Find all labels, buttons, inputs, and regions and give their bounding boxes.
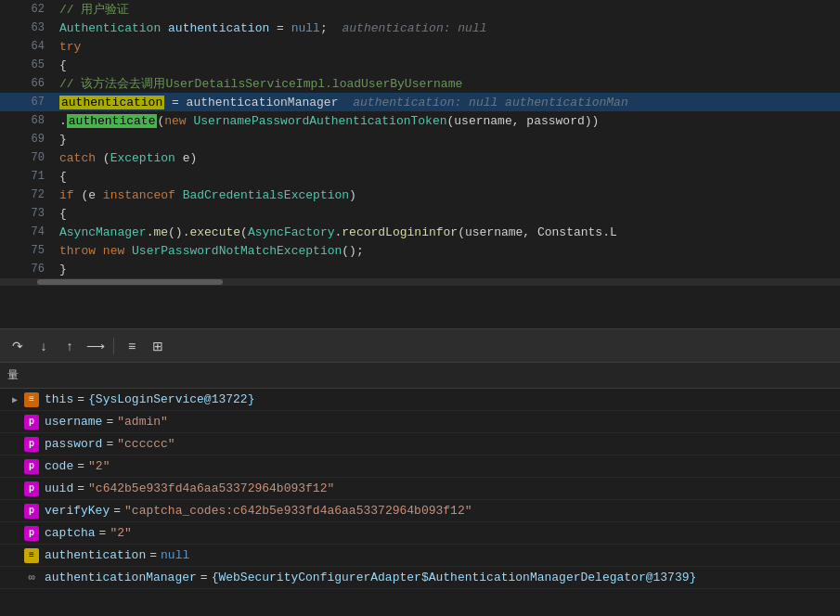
token: {: [59, 207, 67, 221]
var-eq-username: =: [106, 415, 113, 429]
var-row-this[interactable]: ▶≡this = {SysLoginService@13722}: [0, 389, 840, 411]
line-number-71: 71: [0, 170, 56, 183]
var-badge-authentication: ≡: [24, 548, 39, 563]
var-row-authenticationManager[interactable]: ∞authenticationManager = {WebSecurityCon…: [0, 567, 840, 589]
token: ;: [320, 21, 328, 35]
token: authenticate: [67, 114, 158, 128]
expand-icon-authentication[interactable]: [7, 548, 22, 563]
var-name-authenticationManager: authenticationManager: [45, 571, 197, 584]
line-content-76: }: [56, 263, 840, 276]
token: UserPasswordNotMatchException: [132, 244, 342, 258]
var-row-code[interactable]: pcode = "2": [0, 456, 840, 478]
expand-icon-uuid[interactable]: [7, 481, 22, 496]
code-line-70: 70 catch (Exception e): [0, 148, 840, 167]
evaluate-button[interactable]: ≡: [122, 336, 142, 356]
var-name-captcha: captcha: [45, 526, 96, 540]
line-number-65: 65: [0, 58, 56, 71]
var-eq-this: =: [77, 392, 84, 406]
code-scrollbar[interactable]: [0, 278, 840, 286]
token: authentication: null: [335, 21, 487, 35]
var-eq-authenticationManager: =: [200, 571, 208, 584]
line-content-62: // 用户验证: [56, 1, 840, 18]
token: catch: [59, 151, 96, 165]
line-number-62: 62: [0, 3, 56, 16]
code-line-64: 64 try: [0, 37, 840, 56]
var-value-captcha: "2": [110, 526, 131, 540]
token: authentication: [59, 96, 164, 109]
var-value-authenticationManager: {WebSecurityConfigurerAdapter$Authentica…: [212, 571, 697, 584]
var-eq-code: =: [77, 459, 84, 473]
token: BadCredentialsException: [183, 188, 349, 202]
var-row-uuid[interactable]: puuid = "c642b5e933fd4a6aa53372964b093f1…: [0, 478, 840, 500]
var-row-authentication[interactable]: ≡authentication = null: [0, 545, 840, 567]
var-name-password: password: [45, 437, 102, 451]
code-scrollbar-thumb[interactable]: [37, 279, 223, 285]
line-content-68: .authenticate(new UsernamePasswordAuthen…: [56, 114, 840, 128]
step-into-button[interactable]: ↓: [33, 336, 54, 356]
code-line-68: 68 .authenticate(new UsernamePasswordAut…: [0, 111, 840, 130]
line-content-70: catch (Exception e): [56, 151, 840, 165]
line-content-74: AsyncManager.me().execute(AsyncFactory.r…: [56, 225, 840, 239]
variables-header-label: 量: [7, 367, 19, 383]
token: // 用户验证: [59, 3, 129, 17]
token: if: [59, 188, 74, 202]
code-line-63: 63 Authentication authentication = null;…: [0, 19, 840, 37]
token: AsyncFactory: [248, 225, 335, 239]
step-over-button[interactable]: ↷: [7, 336, 28, 356]
var-row-verifyKey[interactable]: pverifyKey = "captcha_codes:c642b5e933fd…: [0, 500, 840, 522]
token: throw: [59, 244, 96, 258]
variables-panel[interactable]: ▶≡this = {SysLoginService@13722} puserna…: [0, 389, 840, 616]
var-badge-captcha: p: [24, 526, 39, 541]
line-content-69: }: [56, 133, 840, 147]
line-number-74: 74: [0, 225, 56, 238]
var-name-this: this: [45, 392, 73, 406]
expand-icon-password[interactable]: [7, 437, 22, 452]
line-content-64: try: [56, 40, 840, 54]
var-row-username[interactable]: pusername = "admin": [0, 411, 840, 433]
token: try: [59, 40, 81, 54]
code-line-72: 72 if (e instanceof BadCredentialsExcept…: [0, 186, 840, 204]
expand-icon-captcha[interactable]: [7, 526, 22, 541]
code-line-67: 67 authentication = authenticationManage…: [0, 93, 840, 111]
code-line-65: 65 {: [0, 56, 840, 74]
expand-icon-authenticationManager[interactable]: [7, 571, 22, 585]
run-to-cursor-button[interactable]: ⟶: [85, 336, 106, 356]
token: new: [103, 244, 124, 258]
frames-button[interactable]: ⊞: [148, 336, 168, 356]
expand-icon-code[interactable]: [7, 459, 22, 474]
token: e): [175, 151, 197, 165]
token: [161, 21, 168, 35]
var-name-code: code: [45, 459, 73, 473]
token: AsyncManager: [59, 225, 147, 239]
token: [96, 244, 103, 258]
token: ();: [342, 244, 363, 258]
token: ): [349, 188, 356, 202]
var-name-authentication: authentication: [45, 548, 146, 562]
expand-icon-username[interactable]: [7, 415, 22, 430]
var-row-password[interactable]: ppassword = "cccccc": [0, 433, 840, 456]
toolbar-separator: [113, 338, 114, 354]
line-content-73: {: [56, 207, 840, 221]
var-value-password: "cccccc": [117, 437, 174, 451]
line-content-63: Authentication authentication = null; au…: [56, 21, 840, 35]
token: = authenticationManager: [164, 96, 338, 109]
code-line-69: 69 }: [0, 130, 840, 148]
debug-toolbar: ↷ ↓ ↑ ⟶ ≡ ⊞: [0, 329, 840, 363]
var-eq-authentication: =: [149, 548, 157, 562]
var-row-captcha[interactable]: pcaptcha = "2": [0, 522, 840, 545]
line-number-70: 70: [0, 151, 56, 164]
code-lines: 62 // 用户验证63 Authentication authenticati…: [0, 0, 840, 278]
token: authentication: null authenticationMan: [345, 96, 627, 109]
line-number-66: 66: [0, 77, 56, 90]
variables-header: 量: [0, 363, 840, 389]
token: null: [291, 21, 320, 35]
token: =: [269, 21, 291, 35]
line-number-68: 68: [0, 114, 56, 127]
token: (username, Constants.L: [458, 225, 617, 239]
line-content-66: // 该方法会去调用UserDetailsServiceImpl.loadUse…: [56, 75, 840, 92]
step-out-button[interactable]: ↑: [59, 336, 80, 356]
line-content-67: authentication = authenticationManager a…: [56, 96, 840, 109]
expand-icon-verifyKey[interactable]: [7, 504, 22, 519]
expand-icon-this[interactable]: ▶: [7, 392, 22, 407]
line-content-75: throw new UserPasswordNotMatchException(…: [56, 244, 840, 258]
